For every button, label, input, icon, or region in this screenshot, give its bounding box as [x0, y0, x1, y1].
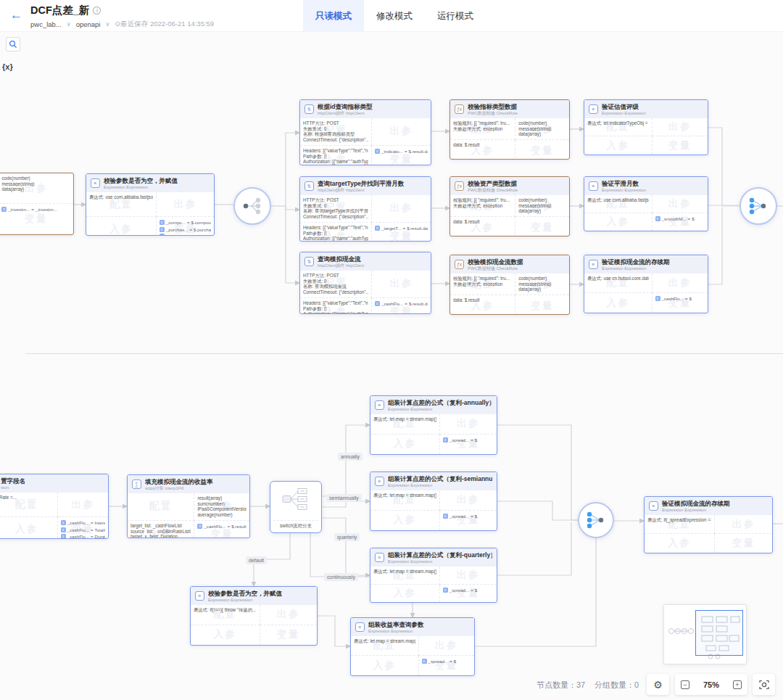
node-config-line: message(string) — [518, 281, 566, 287]
node-formula-semiannually[interactable]: ≡组装计算点差的公式（复利-semiannually）Expression Ex… — [370, 472, 497, 531]
branch-label-semiannually: semiannually — [326, 494, 362, 502]
search-button[interactable] — [6, 37, 20, 52]
chip-label: _targetT... — [381, 225, 402, 231]
node-config-line: target_list: _cashFlowList — [130, 523, 191, 529]
node-quadrant-br: 变量≡_cashFlo...=InterestRate≡_cashFlo...=… — [58, 517, 108, 539]
node-body: 配置表达式: use com.alibaba.fastjson...出参入参变量… — [86, 192, 214, 236]
fit-view-button[interactable] — [753, 674, 775, 695]
node-body: 配置校验规则: [{ "required": tru...失败处理方式: exc… — [450, 118, 569, 160]
node-http-targettype[interactable]: ⇅查询targetType并找到平滑月数httpClient插件 httpCli… — [299, 176, 431, 242]
node-verify-smooth-months[interactable]: ≡验证平滑月数Expression Expression配置表达式: use c… — [584, 176, 708, 231]
node-config-line: data(array) — [518, 287, 566, 292]
zoom-level: 75% — [703, 680, 719, 689]
node-quadrant-br: 变量 — [515, 217, 569, 236]
node-config-line: ConnectTimeout: {"description"... — [303, 214, 368, 220]
node-build-yield-query[interactable]: ≡组装收益率查询参数Expression Expression配置表达式: le… — [350, 617, 475, 676]
minimap[interactable] — [663, 604, 747, 664]
watermark-bl: 入参 — [370, 585, 439, 603]
chevron-down-icon: ∨ — [67, 21, 71, 28]
node-config-line: Path参数: [] — [303, 306, 368, 312]
node-verify-cashflow-duration-top[interactable]: ≡验证模拟现金流的存续期Expression Expression配置表达式: … — [584, 255, 708, 313]
tab-run-mode[interactable]: 运行模式 — [425, 0, 486, 32]
variables-panel-toggle[interactable]: {x} — [2, 62, 13, 71]
node-body: 配置表达式: use com.alibaba.fastjson...出参入参变量… — [584, 195, 708, 231]
node-output-chip: ≡_cashFlo...=Duration — [61, 533, 105, 539]
workspace-select[interactable]: pwc_lab... — [30, 20, 62, 28]
node-verify-cashflow-duration-bottom[interactable]: ≡验证模拟现金流的存续期Expression Expression配置表达式: … — [644, 496, 773, 553]
node-subtitle: PWC数据校验 CheckRule — [468, 266, 523, 271]
node-quadrant-bl: 入参data: $.result — [450, 217, 515, 236]
minimap-viewport[interactable] — [695, 610, 743, 656]
tab-edit-mode[interactable]: 修改模式 — [364, 0, 425, 32]
node-output-chip: ≡_spread...=$ — [443, 587, 494, 593]
settings-button[interactable]: ⚙ — [647, 674, 669, 695]
info-icon[interactable]: i — [93, 7, 101, 15]
node-config-line: 名称: 查询模拟现金流 — [303, 284, 368, 289]
node-validate-params-top[interactable]: ≡校验参数是否为空，并赋值Expression Expression配置表达式:… — [86, 173, 215, 236]
chip-equals: = — [685, 295, 688, 302]
watermark-tr: 出参 — [652, 273, 708, 292]
search-icon — [9, 40, 17, 49]
variable-icon: ≡ — [443, 588, 448, 593]
chip-equals: = — [187, 219, 190, 226]
node-subtitle: httpClient插件 httpClient — [318, 188, 404, 193]
chip-label: _cashFlo... — [662, 295, 684, 302]
node-body: 配置表达式: let indicatorTypeObj = _i...出参入参变… — [584, 118, 708, 155]
tab-readonly-mode[interactable]: 只读模式 — [303, 0, 364, 32]
node-subtitle: Expression Expression — [602, 188, 646, 193]
watermark-bl: 入参 — [370, 435, 439, 455]
variable-icon: ≡ — [160, 220, 165, 225]
switch-node[interactable]: switch流程分支 — [270, 481, 322, 533]
node-fill-yield[interactable]: ∑填充模拟现金流的收益率scipy计算 interp1Fill配置出参resul… — [127, 474, 250, 538]
node-body: 配置表达式: let map = stream.map()...出参入参变量≡_… — [370, 567, 497, 602]
node-verify-valuation[interactable]: ≡验证估值评级Expression Expression配置表达式: let i… — [584, 99, 708, 155]
node-validate-params-bottom[interactable]: ≡校验参数是否为空，并赋值Expression Expression配置表达式:… — [190, 586, 318, 646]
node-header: 置字段名sion — [0, 474, 108, 493]
node-header: ƒx校验资产类型数据PWC数据校验 CheckRule — [450, 177, 569, 195]
node-output-chip: ≡_cashFlo...=InterestRate — [61, 519, 105, 526]
node-check-indicator[interactable]: ƒx校验指标类型数据PWC数据校验 CheckRule配置校验规则: [{ "r… — [450, 99, 570, 160]
node-config-line: 表达式: if(!==){ throw "传递的... — [194, 607, 257, 613]
node-output-chip: ≡_cashFlo...=$ — [655, 295, 705, 302]
watermark-tr: 出参 — [652, 195, 708, 213]
node-formula-annually[interactable]: ≡组装计算点差的公式（复利-annually）Expression Expres… — [370, 395, 497, 455]
fork-node[interactable] — [233, 187, 271, 225]
node-quadrant-br: 变量≡_spread...=$ — [419, 656, 475, 675]
chip-label: _spread... — [428, 658, 449, 664]
api-select[interactable]: openapi — [76, 20, 101, 28]
node-http-cashflow[interactable]: ⇅查询模拟现金流httpClient插件 httpClient配置HTTP方法:… — [299, 252, 431, 314]
node-quadrant-tr: 出参code(number)message(string)data(array) — [0, 173, 73, 204]
node-formula-quarterly[interactable]: ≡组装计算点差的公式（复利-quarterly）Expression Expre… — [370, 548, 497, 603]
node-config-line: Rate =... — [0, 495, 54, 501]
chip-label: _spread... — [450, 437, 470, 443]
node-quadrant-tr: 出参 — [440, 414, 497, 435]
node-quadrant-bl: 入参 — [370, 585, 440, 603]
chip-value: $.indicatorT... — [193, 233, 211, 236]
node-config-line: data: $.result — [453, 297, 512, 303]
node-config-line: 表达式: let map = stream.map()... — [373, 493, 436, 498]
chip-value: TotalCashF... — [95, 527, 105, 533]
join-node-top[interactable] — [740, 187, 777, 225]
node-config-line: 失败重试: 0 — [303, 203, 368, 209]
node-header: ⇅根据id查询指标类型httpClient插件 httpClient — [300, 100, 431, 118]
node-config-line: HTTP方法: POST — [303, 120, 368, 126]
node-check-investment-cut[interactable]: 配置出参code(number)message(string)data(arra… — [0, 173, 74, 235]
expression-icon: ≡ — [589, 181, 598, 191]
node-set-field-names[interactable]: 置字段名sion配置Rate =...出参入参变量≡_cashFlo...=In… — [0, 474, 109, 539]
node-check-asset-type[interactable]: ƒx校验资产类型数据PWC数据校验 CheckRule配置校验规则: [{ "r… — [450, 176, 570, 236]
node-titles: 校验参数是否为空，并赋值Expression Expression — [104, 177, 178, 190]
back-button[interactable]: ← — [10, 8, 22, 22]
node-title: 查询模拟现金流 — [318, 255, 364, 263]
node-quadrant-tl: 配置表达式: let map = stream.map()... — [370, 490, 440, 511]
node-quadrant-tl: 配置校验规则: [{ "required": tru...失败处理方式: exc… — [450, 118, 515, 140]
node-check-cashflow[interactable]: ƒx校验模拟现金流数据PWC数据校验 CheckRule配置校验规则: [{ "… — [450, 255, 570, 315]
node-config-line: 表达式: if(_spreadExpression == ... — [647, 517, 711, 523]
zoom-in-button[interactable]: + — [733, 680, 742, 689]
node-body: 配置表达式: let map = stream.map()...出参入参变量≡_… — [351, 636, 474, 675]
node-titles: 校验资产类型数据PWC数据校验 CheckRule — [468, 180, 518, 193]
chip-value: $.compoun... — [191, 219, 211, 226]
zoom-out-button[interactable]: − — [681, 680, 689, 689]
node-quadrant-tl: 配置表达式: use com.alibaba.fastjson... — [86, 192, 157, 217]
node-http-indicator-type[interactable]: ⇅根据id查询指标类型httpClient插件 httpClient配置HTTP… — [299, 99, 431, 165]
join-node-bottom[interactable] — [578, 502, 614, 538]
